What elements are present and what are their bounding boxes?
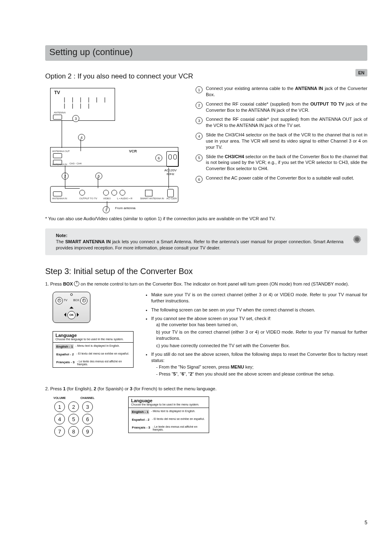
wire-1 [107,201,107,210]
step-6-text: Connect the AC power cable of the Conver… [206,175,354,183]
power-icon [74,281,79,286]
lang2-row-en: English - 1- Menu text is displayed in E… [129,408,209,416]
tv-label: TV [54,90,60,95]
step3-heading: Step 3: Initial setup of the Converter B… [45,267,367,276]
bullet-4b: Press "5", "6", "2" then you should see … [156,371,367,377]
numpad-9: 9 [82,426,93,437]
remote-ok-button: OK [67,311,76,319]
lang2-fr-desc: - Le texte des menus est affiché en fran… [152,425,206,431]
step-1-num: 1 [196,86,203,93]
connection-diagram: TV | | | | | | | | | | ANTENNA 3 VCR ANT… [45,85,181,209]
step-list: 1Connect your existing antenna cable to … [196,85,367,186]
conv-out-port [79,190,85,196]
remote-right-icon [77,313,81,317]
bullet-3a: a) the converter box has been turned on, [156,322,367,328]
note-box: ✺ Note: The SMART ANTENNA IN jack lets y… [45,228,367,255]
lang2-en-desc: - Menu text is displayed in English. [151,410,206,413]
vcr-ant-out-lbl: ANTENNA OUT [52,150,70,152]
tv-vents: | | | | | | | | | | [63,97,115,109]
note-text: The SMART ANTENNA IN jack lets you conne… [56,239,344,250]
wire-5 [98,177,98,188]
step3-columns: TV BOX OK Language Choose the language t… [45,292,367,380]
conv-ac-port [167,189,174,197]
lang-es-tag: Español - 2 [55,352,75,357]
bullet-4a: From the "No Signal" screen, press MENU … [156,364,367,370]
numpad-8: 8 [68,426,79,437]
bullet-4: If you still do not see the above screen… [151,351,367,378]
wire-3 [62,120,62,148]
lang-en-tag: English - 1 [55,344,74,349]
lang-row-en: English - 1- Menu text is displayed in E… [53,343,133,350]
bullet-1: Make sure your TV is on the correct chan… [151,292,367,304]
language-menu-1: Language Choose the language to be used … [53,331,134,368]
step-5: 5Slide the CH3/CH4 selector on the back … [196,154,367,172]
step3-left-col: TV BOX OK Language Choose the language t… [45,292,131,368]
conv-out-lbl: OUTPUT TO TV [79,197,97,200]
bullet-3b: b) your TV is on the correct channel (ei… [156,329,367,342]
from-antenna-label: From antenna [115,206,136,210]
lang2-title: Language [129,397,209,403]
numpad-3: 3 [82,401,93,412]
lang-en-desc: - Menu text is displayed in English. [75,344,131,347]
vcr-ch34-lbl: CH3 - CH4 [69,162,81,165]
conv-ac-lbl: AC~120V [166,197,177,200]
option2-row: TV | | | | | | | | | | ANTENNA 3 VCR ANT… [45,85,367,209]
diagram-callout-3: 3 [72,115,79,122]
step3-bullets: Make sure your TV is on the correct chan… [146,292,367,380]
section-title: Setting up (continue) [49,47,363,58]
lang2-fr-tag: Français - 3 [131,425,151,430]
wire-2b [65,188,80,189]
volume-label: VOLUME [53,396,66,399]
step-1: 1Connect your existing antenna cable to … [196,85,367,98]
step3-item2-row: VOLUME CHANNEL 1 2 3 4 5 6 7 8 9 Languag… [45,396,367,438]
wire-4 [81,139,81,151]
lang2-en-tag: English - 1 [131,410,149,414]
antenna-label: ANTENNA [54,111,66,114]
diagram-callout-5: 5 [95,173,102,180]
lang-subtitle: Choose the language to be used in the me… [53,338,133,343]
lang2-row-es: Español - 2- El texto del menú se exhibe… [129,416,209,424]
step-4-text: Slide the CH3/CH4 selector on the back o… [206,132,367,150]
page: EN Setting up (continue) Option 2 : If y… [0,0,392,537]
remote-numpad-illustration: VOLUME CHANNEL 1 2 3 4 5 6 7 8 9 [53,396,95,438]
lang-es-desc: - El texto del menú se exhibe en español… [76,352,131,355]
bullet-2: The following screen can be seen on your… [151,307,367,313]
step-5-num: 5 [196,154,203,161]
bullet-3: If you cannot see the above screen on yo… [151,316,367,349]
lang2-es-tag: Español - 2 [131,417,150,422]
step-5-text: Slide the CH3/CH4 selector on the back o… [206,154,367,172]
bullet-3c: c) you have correctly connected the TV s… [156,343,367,349]
numpad-7: 7 [54,426,65,437]
lang2-subtitle: Choose the language to be used in the me… [129,403,209,408]
wire-2a [65,166,65,188]
lang-fr-desc: - Le texte des menus est affiché en fran… [77,360,131,366]
channel-label: CHANNEL [81,396,95,399]
tv-box: TV | | | | | | | | | | ANTENNA [50,88,115,121]
numpad-2: 2 [68,401,79,412]
lang-row-es: Español - 2- El texto del menú se exhibe… [53,350,133,358]
wire-6 [168,168,169,188]
lang-title: Language [53,332,133,338]
remote-left-icon [62,313,66,317]
note-label: Note: [56,233,67,238]
remote-top-illustration: TV BOX OK [53,292,90,323]
numpad-6: 6 [82,414,93,424]
power-icon [82,299,86,302]
step3-item2: 2. Press 1 (for English), 2 (for Spanish… [45,386,367,392]
step3-item1: 1. Press BOX on the remote control to tu… [45,281,367,287]
lang2-es-desc: - El texto del menú se exhibe en español… [152,417,206,420]
step-2-text: Connect the RF coaxial cable* (supplied)… [206,101,367,113]
step-2: 2Connect the RF coaxial cable* (supplied… [196,101,367,113]
vcr-label: VCR [129,149,137,153]
step-3: 3Connect the RF coaxial cable* (not supp… [196,116,367,129]
wall-outlet [166,151,179,167]
diagram-callout-4: 4 [78,134,85,141]
step-6-num: 6 [196,176,203,183]
remote-up-icon [69,304,74,309]
power-icon [58,299,61,302]
vcr-antenna-out [53,153,62,158]
conv-audio-r [120,190,125,196]
remote-box-lbl: BOX [73,299,79,302]
conv-video-lbl: VIDEO [103,197,111,200]
conv-audio-l [111,190,117,196]
